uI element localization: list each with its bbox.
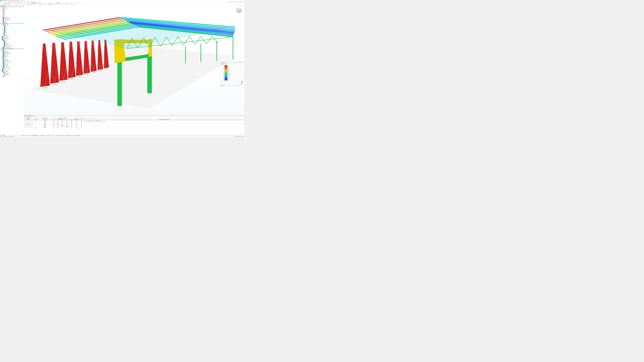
- tgl-4[interactable]: ⬚: [56, 2, 57, 4]
- q5[interactable]: ✦: [70, 2, 71, 4]
- results-tab-4[interactable]: Internal Forces by Section: [56, 135, 64, 136]
- r2-23[interactable]: ▩: [30, 4, 31, 5]
- lc-name-combo[interactable]: Viento +X: [38, 2, 49, 4]
- tree-radio[interactable]: [3, 34, 4, 35]
- r2-25[interactable]: ◪: [32, 4, 34, 5]
- results-prev-type[interactable]: ◂: [56, 117, 57, 118]
- results-edit-icon[interactable]: ✎: [40, 117, 42, 118]
- open-recent-button[interactable]: ▣: [3, 2, 4, 4]
- tree-checkbox[interactable]: [1, 37, 2, 38]
- r2-05[interactable]: ▤: [5, 4, 6, 5]
- tree-radio[interactable]: [2, 61, 3, 61]
- tree-checkbox[interactable]: [1, 39, 2, 40]
- open-button[interactable]: ▣: [2, 2, 3, 4]
- tree-checkbox[interactable]: [2, 53, 3, 54]
- r2-29[interactable]: ⬆: [38, 4, 39, 5]
- rtb-7[interactable]: X: [88, 117, 89, 118]
- r2-30[interactable]: ≡: [40, 4, 40, 5]
- tree-checkbox[interactable]: [2, 47, 3, 48]
- pager-prev[interactable]: ◂: [26, 135, 27, 136]
- tree-checkbox[interactable]: [2, 22, 3, 23]
- menu-window[interactable]: Window: [26, 1, 30, 2]
- r2-33[interactable]: ▭: [44, 4, 45, 5]
- r2-03[interactable]: ▬: [3, 4, 4, 5]
- results-next-type[interactable]: ▸: [57, 117, 58, 118]
- zoom-all-icon[interactable]: ⊕: [26, 2, 27, 4]
- tree-radio[interactable]: [3, 26, 4, 27]
- rtb-5[interactable]: ▣: [84, 117, 85, 118]
- tree-checkbox[interactable]: [1, 23, 2, 24]
- control-panel-header[interactable]: Control Panel ▢: [220, 62, 243, 63]
- status-toggle-grid[interactable]: GRID: [4, 136, 5, 137]
- navigator-tree[interactable]: ▾Global Deformations|u|uXuYuZφXφYφZ▾Memb…: [0, 7, 24, 135]
- tree-checkbox[interactable]: [3, 73, 4, 73]
- r2-06[interactable]: ▥: [6, 4, 8, 5]
- r2-50[interactable]: ✦: [74, 4, 75, 5]
- results-max-icon[interactable]: ▢: [242, 115, 243, 116]
- pan-icon[interactable]: ✥: [29, 2, 30, 4]
- panel-icon[interactable]: ▥: [19, 2, 20, 4]
- nav-tab-data[interactable]: ◳: [0, 135, 2, 136]
- results-analysis-combo[interactable]: Static Analysis: [25, 117, 39, 118]
- pager-next[interactable]: ▸: [29, 135, 30, 136]
- results-tab-2[interactable]: Internal Forces: [46, 135, 52, 136]
- q2[interactable]: ▦: [66, 2, 67, 4]
- q10[interactable]: ◉: [76, 2, 77, 4]
- zoom-win-icon[interactable]: ⌕: [25, 2, 26, 4]
- tree-checkbox[interactable]: [1, 49, 2, 50]
- menu-file[interactable]: File: [0, 1, 2, 2]
- legend-btn-2[interactable]: ⇅: [241, 83, 242, 84]
- r2-16[interactable]: ⤢: [20, 4, 22, 5]
- results-lc-combo[interactable]: LC4: [61, 117, 63, 118]
- navigator-close-icon[interactable]: ✕: [23, 5, 24, 6]
- menu-calculate[interactable]: Calculate: [13, 1, 17, 2]
- r2-46[interactable]: ✓: [68, 4, 69, 5]
- results-menu-selection[interactable]: Selection: [28, 116, 31, 117]
- tree-radio[interactable]: [2, 51, 3, 52]
- tree-radio[interactable]: [3, 42, 4, 43]
- close-button[interactable]: ✕: [242, 0, 244, 1]
- tree-radio[interactable]: [3, 35, 4, 36]
- menu-results[interactable]: Results: [17, 1, 20, 2]
- new-button[interactable]: □: [0, 2, 2, 4]
- q13[interactable]: ⚙: [81, 2, 82, 4]
- results-tab-5[interactable]: Member Hinge Deformations: [64, 135, 74, 136]
- analysis-prev[interactable]: ◂: [21, 6, 22, 7]
- tree-checkbox[interactable]: [2, 21, 3, 22]
- tree-radio[interactable]: [2, 60, 3, 60]
- tree-checkbox[interactable]: [1, 36, 2, 37]
- menu-options[interactable]: Options: [23, 1, 26, 2]
- tree-checkbox[interactable]: [3, 30, 4, 31]
- tree-checkbox[interactable]: [3, 45, 4, 46]
- rtb-2[interactable]: ▦: [80, 117, 81, 118]
- tree-radio[interactable]: [3, 43, 4, 44]
- tree-checkbox[interactable]: [3, 74, 4, 75]
- r2-14[interactable]: ↔: [18, 4, 19, 5]
- r2-19[interactable]: ⟂: [24, 4, 26, 5]
- tree-radio[interactable]: [2, 18, 3, 18]
- tree-node-67[interactable]: 1 ‰: [0, 76, 24, 77]
- tree-checkbox[interactable]: [1, 16, 2, 17]
- next-lc-button[interactable]: ▸: [50, 2, 52, 4]
- tree-radio[interactable]: [2, 11, 3, 11]
- tree-checkbox[interactable]: [2, 48, 3, 49]
- tgl-6[interactable]: ▣: [58, 2, 60, 4]
- tree-checkbox[interactable]: [2, 19, 3, 20]
- q9[interactable]: ⋯: [75, 2, 76, 4]
- results-tab-3[interactable]: Strains: [52, 135, 55, 136]
- status-toggle-snap[interactable]: SNAP: [0, 136, 2, 137]
- r2-01[interactable]: ⬚: [0, 4, 2, 5]
- rtb-10[interactable]: ⚙: [92, 117, 93, 118]
- menu-assign[interactable]: Assign: [10, 1, 13, 2]
- tree-radio[interactable]: [2, 50, 3, 51]
- tgl-2[interactable]: ✦: [54, 2, 55, 4]
- minimize-button[interactable]: ─: [238, 0, 240, 1]
- tree-checkbox[interactable]: [2, 54, 3, 55]
- r2-34[interactable]: ▬: [45, 4, 46, 5]
- r2-04[interactable]: ▦: [4, 4, 5, 5]
- r2-10[interactable]: □: [12, 4, 14, 5]
- menu-cad-bim[interactable]: CAD-BIM: [30, 1, 34, 2]
- tree-radio[interactable]: [3, 25, 4, 26]
- nav-tab-views[interactable]: 📷: [3, 135, 5, 136]
- q3[interactable]: ◆: [67, 2, 68, 4]
